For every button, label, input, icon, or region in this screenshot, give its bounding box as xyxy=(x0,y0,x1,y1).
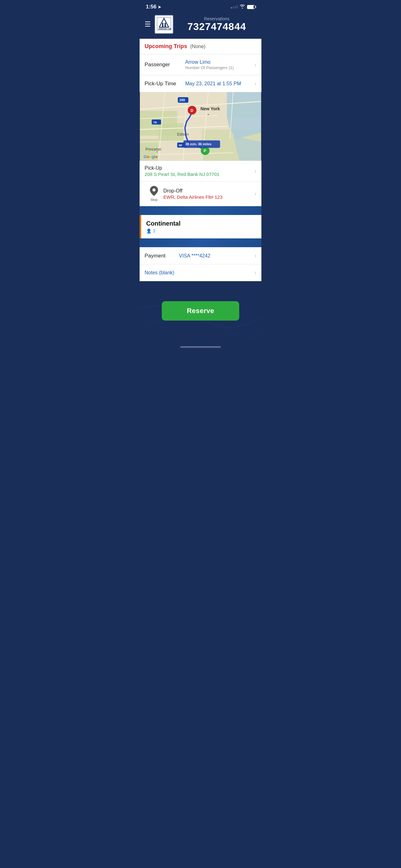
vehicle-name: Continental xyxy=(146,220,257,227)
reservations-label: Reservations xyxy=(177,16,257,21)
pickup-time-date: May 23, 2021 at 1:55 PM xyxy=(185,81,252,87)
dropoff-value: EWR, Delta Airlines Flt# 123 xyxy=(163,194,252,200)
vehicle-section[interactable]: Continental 👤 3 xyxy=(140,215,261,239)
vehicle-passengers: 👤 3 xyxy=(146,228,257,234)
dropoff-row[interactable]: Stop Drop-Off EWR, Delta Airlines Flt# 1… xyxy=(140,182,261,206)
passenger-chevron: › xyxy=(255,62,257,68)
svg-text:New York: New York xyxy=(201,106,220,111)
bottom-section: Reserve xyxy=(140,281,261,344)
svg-text:Google: Google xyxy=(144,154,158,159)
app-logo: ARROW LIMO xyxy=(155,15,173,34)
location-icon: ➤ xyxy=(158,5,161,9)
svg-text:95: 95 xyxy=(179,144,182,147)
signal-icon xyxy=(231,5,238,8)
svg-text:Edison: Edison xyxy=(177,132,189,136)
notes-value: Notes (blank) xyxy=(144,270,252,276)
vehicle-content: Continental 👤 3 xyxy=(146,220,257,234)
pickup-location-row[interactable]: Pick-Up 208 S Pearl St, Red Bank NJ 0770… xyxy=(140,161,261,182)
pickup-content: Pick-Up 208 S Pearl St, Red Bank NJ 0770… xyxy=(144,165,252,177)
passenger-value: Arrow Limo Number Of Passengers (1) xyxy=(185,59,252,70)
time-display: 1:56 xyxy=(146,4,157,10)
pickup-location-label: Pick-Up xyxy=(144,165,252,171)
wifi-icon xyxy=(239,4,245,10)
stop-label: Stop xyxy=(151,198,158,202)
pickup-time-label: Pick-Up Time xyxy=(144,81,185,87)
status-bar: 1:56 ➤ xyxy=(140,0,261,12)
person-icon: 👤 xyxy=(146,228,152,234)
map-container[interactable]: 280 78 95 New York Edison Princeton D P … xyxy=(140,92,261,161)
status-time: 1:56 ➤ xyxy=(146,4,161,10)
svg-text:D: D xyxy=(191,108,193,113)
svg-point-38 xyxy=(153,188,156,191)
upcoming-trips-row: Upcoming Trips (None) xyxy=(140,39,261,54)
passenger-row[interactable]: Passenger Arrow Limo Number Of Passenger… xyxy=(140,54,261,75)
passenger-count: 3 xyxy=(153,228,155,234)
blue-divider-bottom xyxy=(140,239,261,247)
form-section: Passenger Arrow Limo Number Of Passenger… xyxy=(140,54,261,92)
pickup-time-value: May 23, 2021 at 1:55 PM xyxy=(185,81,252,87)
passenger-name: Arrow Limo xyxy=(185,59,252,65)
home-bar xyxy=(180,346,221,348)
logo-text: ARROW LIMO xyxy=(157,17,171,32)
payment-value: VISA ****4242 xyxy=(179,253,252,259)
reserve-button[interactable]: Reserve xyxy=(162,301,239,320)
stop-icon-column: Stop xyxy=(144,186,163,202)
blue-divider-top xyxy=(140,206,261,215)
svg-text:ARROW LIMO: ARROW LIMO xyxy=(158,28,171,30)
svg-point-29 xyxy=(156,151,158,153)
dropoff-chevron: › xyxy=(255,191,257,197)
battery-icon xyxy=(247,5,255,9)
svg-point-30 xyxy=(207,114,209,116)
payment-chevron: › xyxy=(255,252,257,259)
home-indicator xyxy=(140,344,261,351)
payment-row[interactable]: Payment VISA ****4242 › xyxy=(140,247,261,264)
notes-chevron: › xyxy=(255,269,257,276)
pickup-address: 208 S Pearl St, Red Bank NJ 07701 xyxy=(144,172,252,177)
reservations-number: 7327474844 xyxy=(188,21,246,32)
svg-text:Princeton: Princeton xyxy=(145,147,161,152)
payment-label: Payment xyxy=(144,253,179,259)
status-icons xyxy=(231,4,255,10)
upcoming-trips-label: Upcoming Trips xyxy=(144,43,187,50)
dropoff-content: Drop-Off EWR, Delta Airlines Flt# 123 xyxy=(163,188,252,200)
app-header: ☰ ARROW LIMO Reservations 7327474844 xyxy=(140,12,261,39)
svg-text:38 min, 36 miles: 38 min, 36 miles xyxy=(185,142,211,146)
header-info: Reservations 7327474844 xyxy=(177,16,257,32)
pickup-time-chevron: › xyxy=(255,80,257,87)
upcoming-trips-value: (None) xyxy=(190,44,205,50)
stop-pin-icon xyxy=(150,186,158,197)
pickup-time-row[interactable]: Pick-Up Time May 23, 2021 at 1:55 PM › xyxy=(140,75,261,92)
svg-text:280: 280 xyxy=(179,98,185,102)
svg-text:P: P xyxy=(204,149,206,153)
passenger-subtext: Number Of Passengers (1) xyxy=(185,65,252,70)
svg-text:78: 78 xyxy=(153,121,157,124)
menu-button[interactable]: ☰ xyxy=(144,21,151,28)
dropoff-label: Drop-Off xyxy=(163,188,252,194)
svg-rect-2 xyxy=(162,23,163,27)
pickup-chevron: › xyxy=(255,168,257,174)
passenger-label: Passenger xyxy=(144,62,185,68)
notes-row[interactable]: Notes (blank) › xyxy=(140,264,261,281)
svg-rect-3 xyxy=(165,23,166,27)
